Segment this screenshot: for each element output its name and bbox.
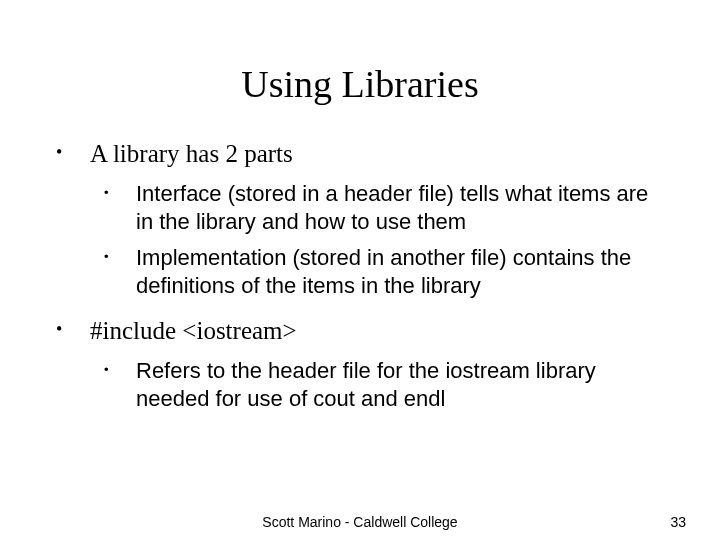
- bullet-2-sub-1: Refers to the header file for the iostre…: [90, 357, 670, 413]
- bullet-2: #include <iostream> Refers to the header…: [50, 315, 670, 413]
- slide-title: Using Libraries: [0, 0, 720, 126]
- bullet-2-text: #include <iostream>: [90, 317, 297, 344]
- bullet-1-text: A library has 2 parts: [90, 140, 293, 167]
- footer-page-number: 33: [670, 514, 686, 530]
- bullet-1-sublist: Interface (stored in a header file) tell…: [90, 180, 670, 301]
- footer-author: Scott Marino - Caldwell College: [0, 514, 720, 530]
- bullet-2-sublist: Refers to the header file for the iostre…: [90, 357, 670, 413]
- slide-body: A library has 2 parts Interface (stored …: [0, 126, 720, 413]
- slide: Using Libraries A library has 2 parts In…: [0, 0, 720, 540]
- bullet-1-sub-2: Implementation (stored in another file) …: [90, 244, 670, 300]
- bullet-1: A library has 2 parts Interface (stored …: [50, 138, 670, 301]
- bullet-1-sub-1: Interface (stored in a header file) tell…: [90, 180, 670, 236]
- bullet-list: A library has 2 parts Interface (stored …: [50, 138, 670, 413]
